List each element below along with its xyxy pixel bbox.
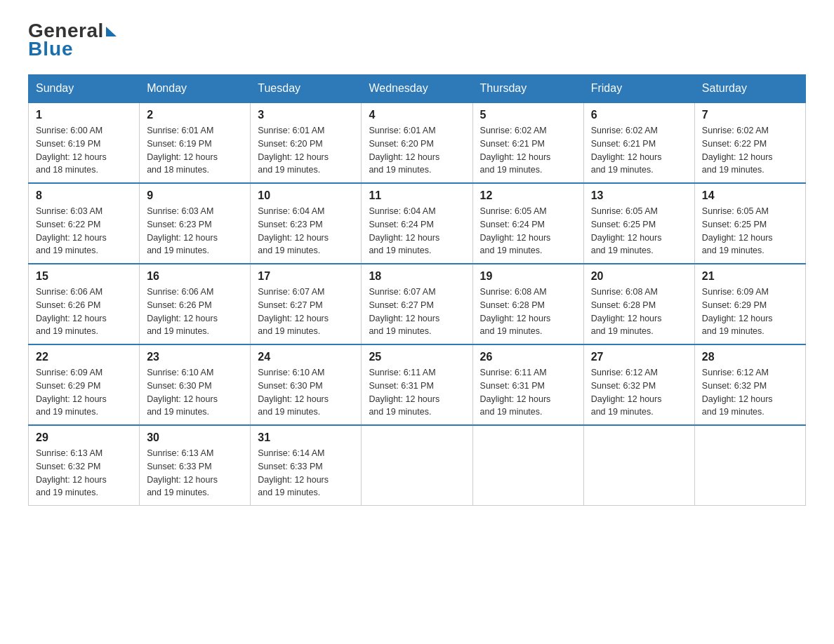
calendar-day-cell: 4 Sunrise: 6:01 AMSunset: 6:20 PMDayligh… <box>362 102 472 183</box>
calendar-day-cell: 3 Sunrise: 6:01 AMSunset: 6:20 PMDayligh… <box>251 102 362 183</box>
calendar-day-cell: 7 Sunrise: 6:02 AMSunset: 6:22 PMDayligh… <box>694 102 805 183</box>
weekday-header-friday: Friday <box>583 75 694 103</box>
day-number: 16 <box>147 270 243 283</box>
weekday-header-thursday: Thursday <box>472 75 583 103</box>
calendar-day-cell: 10 Sunrise: 6:04 AMSunset: 6:23 PMDaylig… <box>251 183 362 264</box>
calendar-day-cell: 29 Sunrise: 6:13 AMSunset: 6:32 PMDaylig… <box>29 425 140 506</box>
day-number: 29 <box>36 431 132 444</box>
calendar-day-cell: 13 Sunrise: 6:05 AMSunset: 6:25 PMDaylig… <box>583 183 694 264</box>
calendar-day-cell: 14 Sunrise: 6:05 AMSunset: 6:25 PMDaylig… <box>694 183 805 264</box>
day-info: Sunrise: 6:02 AMSunset: 6:21 PMDaylight:… <box>480 126 551 175</box>
calendar-week-row: 22 Sunrise: 6:09 AMSunset: 6:29 PMDaylig… <box>29 344 806 425</box>
day-info: Sunrise: 6:10 AMSunset: 6:30 PMDaylight:… <box>258 368 329 417</box>
calendar-day-cell: 1 Sunrise: 6:00 AMSunset: 6:19 PMDayligh… <box>29 102 140 183</box>
day-info: Sunrise: 6:05 AMSunset: 6:25 PMDaylight:… <box>702 206 773 255</box>
day-number: 3 <box>258 109 354 121</box>
calendar-table: SundayMondayTuesdayWednesdayThursdayFrid… <box>28 74 806 506</box>
day-number: 11 <box>369 189 465 202</box>
calendar-day-cell: 16 Sunrise: 6:06 AMSunset: 6:26 PMDaylig… <box>140 264 251 344</box>
calendar-day-cell: 25 Sunrise: 6:11 AMSunset: 6:31 PMDaylig… <box>362 344 472 425</box>
calendar-day-cell: 18 Sunrise: 6:07 AMSunset: 6:27 PMDaylig… <box>362 264 472 344</box>
calendar-day-cell <box>583 425 694 506</box>
day-number: 27 <box>591 351 687 363</box>
day-number: 8 <box>36 189 132 202</box>
day-number: 24 <box>258 351 354 363</box>
calendar-week-row: 29 Sunrise: 6:13 AMSunset: 6:32 PMDaylig… <box>29 425 806 506</box>
calendar-day-cell: 23 Sunrise: 6:10 AMSunset: 6:30 PMDaylig… <box>140 344 251 425</box>
calendar-day-cell: 5 Sunrise: 6:02 AMSunset: 6:21 PMDayligh… <box>472 102 583 183</box>
calendar-day-cell: 11 Sunrise: 6:04 AMSunset: 6:24 PMDaylig… <box>362 183 472 264</box>
day-info: Sunrise: 6:14 AMSunset: 6:33 PMDaylight:… <box>258 448 329 497</box>
calendar-day-cell: 9 Sunrise: 6:03 AMSunset: 6:23 PMDayligh… <box>140 183 251 264</box>
day-number: 19 <box>480 270 576 283</box>
day-info: Sunrise: 6:08 AMSunset: 6:28 PMDaylight:… <box>480 287 551 336</box>
day-info: Sunrise: 6:09 AMSunset: 6:29 PMDaylight:… <box>702 287 773 336</box>
day-info: Sunrise: 6:08 AMSunset: 6:28 PMDaylight:… <box>591 287 662 336</box>
calendar-day-cell: 24 Sunrise: 6:10 AMSunset: 6:30 PMDaylig… <box>251 344 362 425</box>
calendar-day-cell: 28 Sunrise: 6:12 AMSunset: 6:32 PMDaylig… <box>694 344 805 425</box>
day-info: Sunrise: 6:04 AMSunset: 6:24 PMDaylight:… <box>369 206 439 255</box>
day-number: 10 <box>258 189 354 202</box>
calendar-day-cell: 6 Sunrise: 6:02 AMSunset: 6:21 PMDayligh… <box>583 102 694 183</box>
calendar-day-cell: 2 Sunrise: 6:01 AMSunset: 6:19 PMDayligh… <box>140 102 251 183</box>
weekday-header-monday: Monday <box>140 75 251 103</box>
calendar-day-cell: 31 Sunrise: 6:14 AMSunset: 6:33 PMDaylig… <box>251 425 362 506</box>
calendar-day-cell <box>694 425 805 506</box>
calendar-week-row: 15 Sunrise: 6:06 AMSunset: 6:26 PMDaylig… <box>29 264 806 344</box>
day-info: Sunrise: 6:07 AMSunset: 6:27 PMDaylight:… <box>258 287 329 336</box>
calendar-header-row: SundayMondayTuesdayWednesdayThursdayFrid… <box>29 75 806 103</box>
day-number: 18 <box>369 270 465 283</box>
day-number: 12 <box>480 189 576 202</box>
day-number: 9 <box>147 189 243 202</box>
day-info: Sunrise: 6:05 AMSunset: 6:25 PMDaylight:… <box>591 206 662 255</box>
day-number: 17 <box>258 270 354 283</box>
day-number: 25 <box>369 351 465 363</box>
day-number: 4 <box>369 109 465 121</box>
day-info: Sunrise: 6:02 AMSunset: 6:21 PMDaylight:… <box>591 126 662 175</box>
day-info: Sunrise: 6:10 AMSunset: 6:30 PMDaylight:… <box>147 368 218 417</box>
day-info: Sunrise: 6:03 AMSunset: 6:22 PMDaylight:… <box>36 206 107 255</box>
logo-blue-word: Blue <box>28 38 74 60</box>
day-number: 28 <box>702 351 798 363</box>
day-number: 23 <box>147 351 243 363</box>
day-info: Sunrise: 6:05 AMSunset: 6:24 PMDaylight:… <box>480 206 551 255</box>
calendar-day-cell <box>472 425 583 506</box>
day-number: 15 <box>36 270 132 283</box>
day-info: Sunrise: 6:00 AMSunset: 6:19 PMDaylight:… <box>36 126 107 175</box>
day-info: Sunrise: 6:04 AMSunset: 6:23 PMDaylight:… <box>258 206 329 255</box>
weekday-header-sunday: Sunday <box>29 75 140 103</box>
day-number: 6 <box>591 109 687 121</box>
day-number: 2 <box>147 109 243 121</box>
day-info: Sunrise: 6:06 AMSunset: 6:26 PMDaylight:… <box>36 287 107 336</box>
day-info: Sunrise: 6:11 AMSunset: 6:31 PMDaylight:… <box>369 368 439 417</box>
calendar-day-cell: 27 Sunrise: 6:12 AMSunset: 6:32 PMDaylig… <box>583 344 694 425</box>
day-info: Sunrise: 6:01 AMSunset: 6:20 PMDaylight:… <box>258 126 329 175</box>
calendar-day-cell: 30 Sunrise: 6:13 AMSunset: 6:33 PMDaylig… <box>140 425 251 506</box>
day-info: Sunrise: 6:09 AMSunset: 6:29 PMDaylight:… <box>36 368 107 417</box>
calendar-week-row: 8 Sunrise: 6:03 AMSunset: 6:22 PMDayligh… <box>29 183 806 264</box>
day-info: Sunrise: 6:01 AMSunset: 6:19 PMDaylight:… <box>147 126 218 175</box>
day-info: Sunrise: 6:03 AMSunset: 6:23 PMDaylight:… <box>147 206 218 255</box>
calendar-day-cell: 20 Sunrise: 6:08 AMSunset: 6:28 PMDaylig… <box>583 264 694 344</box>
day-number: 5 <box>480 109 576 121</box>
day-number: 13 <box>591 189 687 202</box>
day-number: 21 <box>702 270 798 283</box>
calendar-day-cell: 21 Sunrise: 6:09 AMSunset: 6:29 PMDaylig… <box>694 264 805 344</box>
day-number: 14 <box>702 189 798 202</box>
calendar-day-cell: 8 Sunrise: 6:03 AMSunset: 6:22 PMDayligh… <box>29 183 140 264</box>
calendar-day-cell: 12 Sunrise: 6:05 AMSunset: 6:24 PMDaylig… <box>472 183 583 264</box>
calendar-day-cell: 15 Sunrise: 6:06 AMSunset: 6:26 PMDaylig… <box>29 264 140 344</box>
calendar-day-cell: 22 Sunrise: 6:09 AMSunset: 6:29 PMDaylig… <box>29 344 140 425</box>
day-info: Sunrise: 6:07 AMSunset: 6:27 PMDaylight:… <box>369 287 439 336</box>
day-number: 30 <box>147 431 243 444</box>
day-info: Sunrise: 6:13 AMSunset: 6:32 PMDaylight:… <box>36 448 107 497</box>
day-number: 31 <box>258 431 354 444</box>
day-info: Sunrise: 6:13 AMSunset: 6:33 PMDaylight:… <box>147 448 218 497</box>
day-info: Sunrise: 6:11 AMSunset: 6:31 PMDaylight:… <box>480 368 551 417</box>
calendar-day-cell: 26 Sunrise: 6:11 AMSunset: 6:31 PMDaylig… <box>472 344 583 425</box>
day-info: Sunrise: 6:12 AMSunset: 6:32 PMDaylight:… <box>591 368 662 417</box>
calendar-day-cell: 19 Sunrise: 6:08 AMSunset: 6:28 PMDaylig… <box>472 264 583 344</box>
day-number: 20 <box>591 270 687 283</box>
calendar-day-cell <box>362 425 472 506</box>
day-number: 22 <box>36 351 132 363</box>
